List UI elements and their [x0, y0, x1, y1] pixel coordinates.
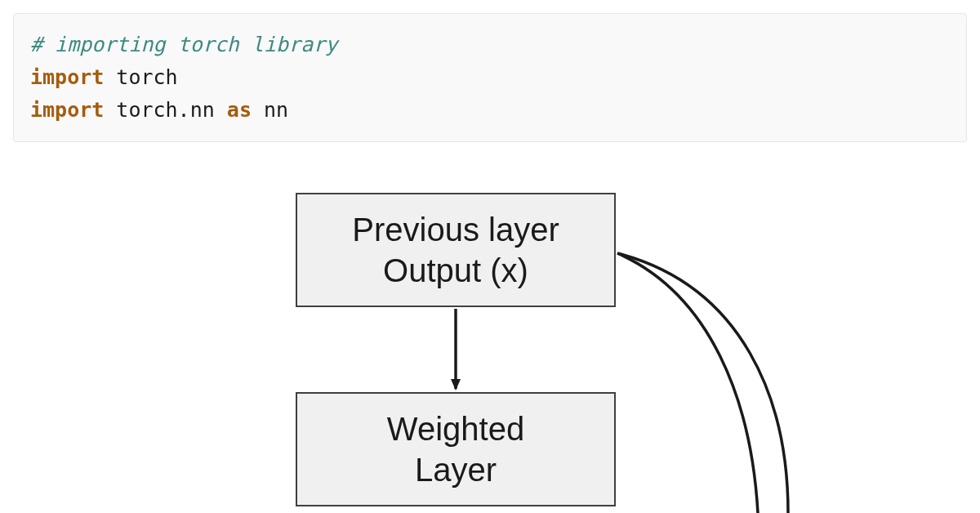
code-keyword-import-1: import — [30, 65, 104, 89]
diagram-connectors-svg — [0, 188, 980, 513]
skip-connection-inner-icon — [617, 253, 758, 513]
code-keyword-import-2: import — [30, 98, 104, 122]
code-block: # importing torch library import torch i… — [13, 13, 967, 142]
skip-connection-outer-icon — [617, 253, 788, 513]
diagram-box-previous-layer: Previous layer Output (x) — [296, 193, 616, 307]
code-module-1: torch — [104, 65, 177, 89]
diagram-figure: Previous layer Output (x) Weighted Layer — [0, 188, 980, 513]
diagram-box1-line2: Output (x) — [352, 250, 559, 291]
code-keyword-as: as — [227, 98, 252, 122]
diagram-box-weighted-layer: Weighted Layer — [296, 392, 616, 506]
code-module-2: torch.nn — [104, 98, 227, 122]
diagram-box2-line2: Layer — [387, 449, 524, 490]
diagram-box1-line1: Previous layer — [352, 209, 559, 250]
code-comment: # importing torch library — [30, 33, 337, 56]
code-alias: nn — [252, 98, 288, 122]
diagram-box2-line1: Weighted — [387, 408, 524, 449]
